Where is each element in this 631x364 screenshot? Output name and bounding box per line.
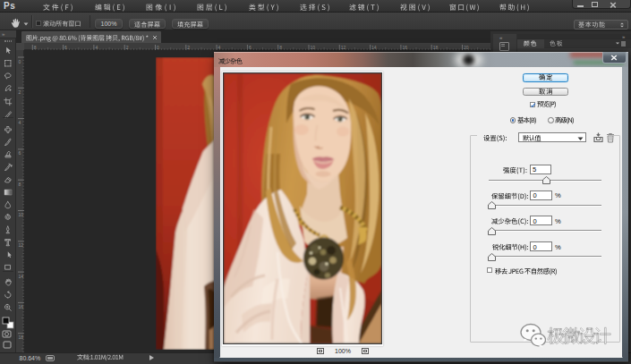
svg-text:14: 14 xyxy=(371,45,377,50)
svg-text:6: 6 xyxy=(64,45,67,50)
svg-text:8: 8 xyxy=(19,182,21,187)
svg-text:4: 4 xyxy=(218,45,221,50)
svg-text:2: 2 xyxy=(187,45,190,50)
svg-text:0: 0 xyxy=(19,59,21,64)
svg-text:2: 2 xyxy=(19,89,21,95)
svg-text:10: 10 xyxy=(19,212,24,217)
svg-text:20: 20 xyxy=(464,45,469,50)
svg-text:6: 6 xyxy=(249,45,252,50)
svg-text:14: 14 xyxy=(19,274,24,279)
svg-text:12: 12 xyxy=(341,45,346,50)
svg-text:12: 12 xyxy=(19,242,24,248)
svg-text:16: 16 xyxy=(402,45,407,50)
svg-text:18: 18 xyxy=(19,334,24,340)
svg-text:10: 10 xyxy=(311,45,316,50)
svg-text:0: 0 xyxy=(157,45,159,50)
svg-text:16: 16 xyxy=(19,304,24,309)
svg-text:18: 18 xyxy=(433,45,439,50)
svg-text:4: 4 xyxy=(95,45,98,50)
svg-text:4: 4 xyxy=(19,120,21,125)
svg-text:8: 8 xyxy=(34,45,37,50)
svg-text:6: 6 xyxy=(19,150,21,156)
svg-text:8: 8 xyxy=(279,45,282,50)
svg-text:2: 2 xyxy=(126,45,129,50)
